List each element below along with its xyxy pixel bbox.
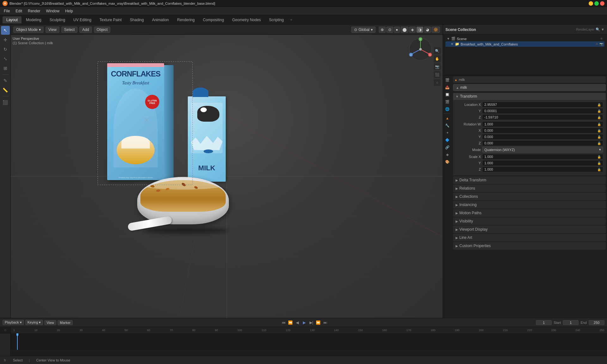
- scale-y-field[interactable]: 1.000 🔒: [482, 160, 603, 166]
- tab-shading[interactable]: Shading: [126, 16, 148, 23]
- breakfast-collection-item[interactable]: ▼ 📁 Breakfast_with_Milk_and_Cornflakes 👁…: [445, 41, 604, 47]
- tab-geometry-nodes[interactable]: Geometry Nodes: [228, 16, 265, 23]
- scale-x-field[interactable]: 1.000 🔒: [482, 154, 603, 160]
- maximize-button[interactable]: [594, 1, 599, 6]
- rotation-z-field[interactable]: 0.000 🔒: [482, 140, 603, 146]
- viewport-snap-button[interactable]: ⊕: [379, 27, 386, 33]
- tool-move[interactable]: ✛: [1, 35, 10, 44]
- transform-header[interactable]: ▼ Transform: [453, 93, 606, 100]
- ptab-object[interactable]: ▲: [444, 115, 451, 122]
- viewport-proportional-button[interactable]: ⊙: [386, 27, 393, 33]
- viewport-ortho-icon[interactable]: ⬛: [434, 71, 441, 78]
- add-workspace-button[interactable]: +: [288, 16, 294, 23]
- current-frame-input[interactable]: 1: [536, 320, 552, 325]
- motion-paths-header[interactable]: ▶ Motion Paths: [453, 209, 606, 217]
- rotation-x-field[interactable]: 0.000 🔒: [482, 128, 603, 133]
- end-frame-input[interactable]: 250: [589, 320, 604, 325]
- line-art-header[interactable]: ▶ Line Art: [453, 234, 606, 241]
- tab-compositing[interactable]: Compositing: [199, 16, 228, 23]
- cereal-box-object[interactable]: CORNFLAKES Tasty Breakfast GLUTENFREE: [104, 63, 177, 183]
- viewport-view-menu[interactable]: View: [46, 27, 59, 33]
- prev-keyframe-button[interactable]: ⏪: [287, 319, 294, 326]
- viewport-shading-material[interactable]: ◕: [424, 27, 431, 33]
- viewport-shading-button[interactable]: ●: [394, 27, 400, 33]
- object-name-field[interactable]: ▲ milk: [453, 84, 606, 91]
- tab-sculpting[interactable]: Sculpting: [46, 16, 69, 23]
- rotation-w-field[interactable]: 1.000 🔒: [482, 121, 603, 127]
- ptab-physics[interactable]: 🔷: [444, 136, 451, 143]
- menu-render[interactable]: Render: [25, 8, 43, 14]
- viewport-shading-rendered[interactable]: 🔆: [432, 27, 440, 33]
- viewport-xray-button[interactable]: ◈: [409, 27, 416, 33]
- rotation-y-field[interactable]: 0.000 🔒: [482, 134, 603, 140]
- viewport-canvas[interactable]: CORNFLAKES Tasty Breakfast GLUTENFREE: [11, 35, 443, 318]
- ptab-material[interactable]: 🎨: [444, 158, 451, 165]
- relations-header[interactable]: ▶ Relations: [453, 185, 606, 192]
- start-frame-input[interactable]: 1: [563, 320, 579, 325]
- timeline-view-dropdown[interactable]: View: [44, 320, 56, 325]
- ptab-world[interactable]: 🌐: [444, 106, 451, 112]
- instancing-header[interactable]: ▶ Instancing: [453, 201, 606, 209]
- viewport-shading-solid[interactable]: ◑: [416, 27, 423, 33]
- tab-texture-paint[interactable]: Texture Paint: [96, 16, 126, 23]
- delta-transform-header[interactable]: ▶ Delta Transform: [453, 176, 606, 184]
- tab-scripting[interactable]: Scripting: [265, 16, 288, 23]
- timeline-track-area[interactable]: 1 10 20 30 40 50 60 70 80 90 100 110 120…: [11, 327, 607, 356]
- play-begin-button[interactable]: ⏮: [280, 319, 287, 326]
- menu-file[interactable]: File: [1, 8, 12, 14]
- ptab-modifiers[interactable]: 🔧: [444, 122, 451, 129]
- tool-select[interactable]: ↖: [1, 26, 10, 35]
- viewport-add-menu[interactable]: Add: [79, 27, 92, 33]
- viewport-object-menu[interactable]: Object: [94, 27, 111, 33]
- outliner-filter-icon[interactable]: ▼: [601, 27, 604, 32]
- outliner-search-icon[interactable]: 🔍: [596, 27, 600, 32]
- menu-help[interactable]: Help: [63, 8, 76, 14]
- scale-z-field[interactable]: 1.000 🔒: [482, 167, 603, 172]
- tool-measure[interactable]: 📏: [1, 86, 10, 94]
- tool-annotate[interactable]: ✎: [1, 76, 10, 85]
- ptab-particles[interactable]: ✦: [444, 129, 451, 136]
- menu-window[interactable]: Window: [43, 8, 62, 14]
- ptab-output[interactable]: 📤: [444, 84, 451, 91]
- custom-properties-header[interactable]: ▶ Custom Properties: [453, 242, 606, 250]
- viewport-display-header[interactable]: ▶ Viewport Display: [453, 226, 606, 233]
- tool-transform[interactable]: ⊞: [1, 64, 10, 73]
- viewport-overlay-button[interactable]: ⬤: [401, 27, 408, 33]
- visibility-header[interactable]: ▶ Visibility: [453, 217, 606, 225]
- ptab-data[interactable]: ◆: [444, 151, 451, 158]
- tool-rotate[interactable]: ↻: [1, 45, 10, 54]
- viewport-mode-dropdown[interactable]: Object Mode ▾: [13, 27, 44, 33]
- location-z-field[interactable]: -1.59710 🔒: [482, 114, 603, 120]
- viewport-3d[interactable]: Object Mode ▾ View Select Add Object ⊙ G…: [11, 25, 443, 318]
- menu-edit[interactable]: Edit: [13, 8, 25, 14]
- play-end-button[interactable]: ⏭: [322, 319, 328, 326]
- location-y-field[interactable]: 0.00001 🔒: [482, 108, 603, 114]
- tab-animation[interactable]: Animation: [148, 16, 173, 23]
- tab-rendering[interactable]: Rendering: [173, 16, 198, 23]
- minimize-button[interactable]: [589, 1, 593, 6]
- scene-collection-item[interactable]: ▼ 🎬 Scene 👁: [445, 36, 604, 41]
- timeline-marker-dropdown[interactable]: Marker: [58, 320, 73, 325]
- play-button[interactable]: ▶: [301, 319, 308, 326]
- tool-scale[interactable]: ⤡: [1, 54, 10, 63]
- viewport-local-icon[interactable]: ○: [434, 79, 441, 86]
- viewport-select-menu[interactable]: Select: [61, 27, 77, 33]
- rotation-mode-select[interactable]: Quaternion (WXYZ) ▾: [482, 147, 603, 153]
- collections-header[interactable]: ▶ Collections: [453, 193, 606, 200]
- timeline-track[interactable]: [11, 333, 607, 350]
- timeline-keying-dropdown[interactable]: Keying ▾: [25, 320, 43, 325]
- location-x-field[interactable]: 2.95597 🔒: [482, 102, 603, 107]
- tab-uv-editing[interactable]: UV Editing: [70, 16, 95, 23]
- ptab-view-layer[interactable]: 🔲: [444, 91, 451, 98]
- viewport-hand-icon[interactable]: ✋: [434, 55, 441, 62]
- timeline-playback-dropdown[interactable]: Playback ▾: [3, 320, 24, 325]
- next-keyframe-button[interactable]: ⏩: [315, 319, 322, 326]
- viewport-zoom-icon[interactable]: 🔍: [434, 47, 441, 54]
- tab-layout[interactable]: Layout: [3, 16, 21, 23]
- prev-frame-button[interactable]: ◀: [294, 319, 301, 326]
- next-frame-button[interactable]: ▶|: [308, 319, 315, 326]
- ptab-constraints[interactable]: 🔗: [444, 144, 451, 151]
- tool-add-cube[interactable]: ⬛: [1, 98, 10, 107]
- ptab-scene[interactable]: 🎬: [444, 98, 451, 105]
- close-button[interactable]: [600, 1, 604, 6]
